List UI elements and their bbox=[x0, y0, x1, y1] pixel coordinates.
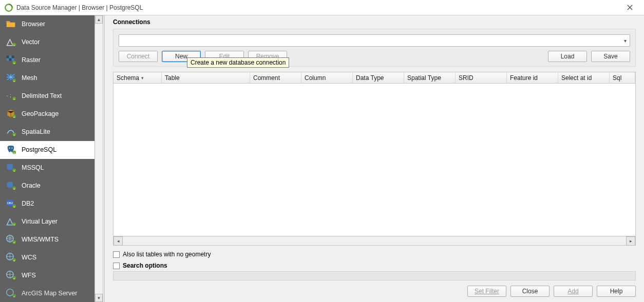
column-header-comment[interactable]: Comment bbox=[250, 72, 301, 83]
raster-icon: + bbox=[5, 54, 16, 66]
wcs-icon: + bbox=[5, 252, 16, 263]
chevron-down-icon: ▾ bbox=[624, 38, 627, 44]
sidebar-item-db2[interactable]: DB2+ DB2 bbox=[0, 194, 103, 212]
help-button[interactable]: Help bbox=[597, 286, 636, 297]
sidebar-scrollbar[interactable]: ▲ ▼ bbox=[94, 15, 103, 302]
sidebar-item-wms[interactable]: + WMS/WMTS bbox=[0, 230, 103, 248]
svg-text:+: + bbox=[13, 187, 15, 190]
sidebar-item-raster[interactable]: + Raster bbox=[0, 51, 103, 69]
sidebar-item-label: Vector bbox=[22, 38, 40, 46]
sidebar-item-mesh[interactable]: + Mesh bbox=[0, 69, 103, 87]
set-filter-button[interactable]: Set Filter bbox=[467, 286, 506, 297]
search-options-bar bbox=[113, 271, 636, 280]
svg-rect-9 bbox=[9, 58, 12, 61]
wfs-icon: + bbox=[5, 270, 16, 281]
svg-text:+: + bbox=[13, 151, 15, 154]
sidebar-item-browser[interactable]: Browser bbox=[0, 15, 103, 33]
svg-text:+: + bbox=[13, 44, 15, 47]
arcgis-icon: + bbox=[5, 288, 16, 299]
column-header-feature-id[interactable]: Feature id bbox=[507, 72, 558, 83]
sidebar-item-vector[interactable]: + Vector bbox=[0, 33, 103, 51]
sidebar-item-oracle[interactable]: + Oracle bbox=[0, 176, 103, 194]
geopackage-icon: + bbox=[5, 108, 16, 119]
checkbox-icon[interactable] bbox=[113, 263, 120, 269]
sidebar-item-virtual-layer[interactable]: + Virtual Layer bbox=[0, 212, 103, 230]
svg-point-48 bbox=[7, 289, 13, 295]
table-header-row: Schema Table Comment Column Data Type Sp… bbox=[113, 72, 635, 84]
scroll-htrack[interactable] bbox=[123, 236, 626, 245]
spatialite-icon: + bbox=[5, 126, 16, 137]
load-connections-button[interactable]: Load bbox=[548, 51, 587, 62]
svg-text:+: + bbox=[13, 169, 15, 172]
svg-text:;: ; bbox=[10, 93, 11, 98]
search-options-row[interactable]: Search options bbox=[113, 262, 636, 269]
app-icon bbox=[4, 3, 13, 12]
sidebar-item-label: Browser bbox=[22, 21, 45, 28]
sidebar-item-wfs[interactable]: + WFS bbox=[0, 266, 103, 284]
svg-rect-7 bbox=[12, 56, 14, 58]
scroll-up-icon[interactable]: ▲ bbox=[95, 15, 103, 24]
column-header-srid[interactable]: SRID bbox=[456, 72, 507, 83]
tables-table: Schema Table Comment Column Data Type Sp… bbox=[113, 72, 636, 246]
column-header-select-at-id[interactable]: Select at id bbox=[558, 72, 610, 83]
column-header-sql[interactable]: Sql bbox=[610, 72, 635, 83]
provider-sidebar: Browser + Vector + Raster + Mesh bbox=[0, 15, 103, 302]
svg-text:+: + bbox=[13, 294, 15, 297]
svg-text:+: + bbox=[13, 115, 15, 118]
column-header-table[interactable]: Table bbox=[162, 72, 250, 83]
sidebar-item-label: DB2 bbox=[22, 200, 34, 207]
sidebar-item-mssql[interactable]: + MSSQL bbox=[0, 159, 103, 177]
virtual-layer-icon: + bbox=[5, 216, 16, 227]
connect-button[interactable]: Connect bbox=[119, 51, 158, 62]
connection-combobox[interactable]: ▾ bbox=[119, 34, 630, 47]
sidebar-item-label: WMS/WMTS bbox=[22, 236, 59, 243]
sidebar-item-label: Mesh bbox=[22, 74, 37, 82]
mesh-icon: + bbox=[5, 72, 16, 84]
checkbox-icon[interactable] bbox=[113, 251, 120, 258]
tooltip-new-connection: Create a new database connection bbox=[187, 57, 289, 68]
sidebar-item-arcgis[interactable]: + ArcGIS Map Server bbox=[0, 284, 103, 302]
sidebar-item-label: WFS bbox=[22, 272, 36, 279]
sidebar-item-wcs[interactable]: + WCS bbox=[0, 248, 103, 266]
column-header-column[interactable]: Column bbox=[301, 72, 353, 83]
scroll-left-icon[interactable]: ◂ bbox=[113, 236, 123, 246]
svg-text:+: + bbox=[13, 276, 15, 279]
db2-icon: DB2+ bbox=[5, 198, 16, 209]
sidebar-item-spatialite[interactable]: + SpatiaLite bbox=[0, 123, 103, 141]
close-window-button[interactable] bbox=[619, 0, 640, 15]
column-header-schema[interactable]: Schema bbox=[113, 72, 162, 83]
oracle-icon: + bbox=[5, 180, 16, 191]
content-pane: Connections ▾ Connect New Edit Remove Lo… bbox=[105, 15, 644, 302]
folder-icon bbox=[5, 18, 16, 30]
column-header-spatial-type[interactable]: Spatial Type bbox=[404, 72, 456, 83]
window-title: Data Source Manager | Browser | PostgreS… bbox=[16, 4, 619, 11]
delimited-text-icon: ,;+ bbox=[5, 90, 16, 102]
search-options-label: Search options bbox=[123, 262, 167, 269]
close-button[interactable]: Close bbox=[510, 286, 550, 297]
postgresql-icon: + bbox=[5, 144, 16, 155]
column-header-data-type[interactable]: Data Type bbox=[353, 72, 404, 83]
save-connections-button[interactable]: Save bbox=[591, 51, 630, 62]
sidebar-item-delimited-text[interactable]: ,;+ Delimited Text bbox=[0, 87, 103, 105]
table-body[interactable] bbox=[113, 84, 635, 236]
title-bar: Data Source Manager | Browser | PostgreS… bbox=[0, 0, 644, 15]
svg-rect-8 bbox=[7, 58, 9, 61]
svg-point-23 bbox=[9, 148, 10, 149]
mssql-icon: + bbox=[5, 162, 16, 173]
svg-text:+: + bbox=[13, 133, 15, 136]
main-area: Browser + Vector + Raster + Mesh bbox=[0, 15, 644, 302]
add-button[interactable]: Add bbox=[554, 286, 593, 297]
sidebar-item-geopackage[interactable]: + GeoPackage bbox=[0, 105, 103, 123]
table-horizontal-scrollbar[interactable]: ◂ ▸ bbox=[113, 236, 635, 245]
connections-section-label: Connections bbox=[113, 18, 636, 26]
svg-rect-5 bbox=[7, 56, 9, 58]
scroll-down-icon[interactable]: ▼ bbox=[95, 294, 103, 302]
scroll-track[interactable] bbox=[95, 24, 103, 294]
sidebar-item-label: WCS bbox=[22, 254, 36, 261]
svg-text:+: + bbox=[13, 97, 15, 100]
also-list-no-geometry-row[interactable]: Also list tables with no geometry bbox=[113, 251, 636, 258]
scroll-right-icon[interactable]: ▸ bbox=[626, 236, 635, 246]
sidebar-item-postgresql[interactable]: + PostgreSQL bbox=[0, 141, 103, 159]
wms-icon: + bbox=[5, 234, 16, 245]
sidebar-item-label: MSSQL bbox=[22, 164, 44, 171]
